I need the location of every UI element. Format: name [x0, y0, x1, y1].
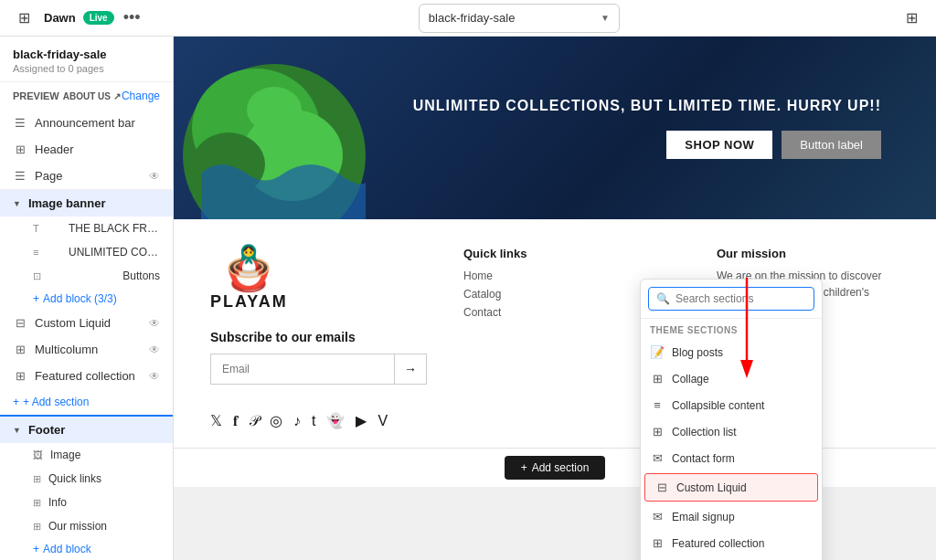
sidebar-item-featured-collection[interactable]: ⊞ Featured collection 👁	[0, 363, 173, 389]
instagram-icon[interactable]: ◎	[270, 412, 282, 429]
multicolumn-icon: ⊞	[13, 343, 27, 356]
more-options-button[interactable]: •••	[123, 8, 141, 27]
footer-link-home[interactable]: Home	[463, 269, 555, 282]
custom-liquid-icon: ⊟	[654, 481, 669, 494]
blog-posts-icon: 📝	[650, 345, 665, 359]
logo-text: PLAYAM	[210, 292, 288, 312]
search-box-row: 🔍	[641, 280, 822, 319]
globe-graphic	[174, 37, 375, 238]
twitter-icon[interactable]: 𝕏	[210, 412, 222, 429]
search-sections-input[interactable]	[675, 292, 813, 305]
sidebar-group-image-banner-header[interactable]: ▼ Image banner	[0, 190, 173, 217]
footer-link-contact[interactable]: Contact	[463, 306, 555, 319]
info-icon: ⊞	[33, 497, 41, 509]
email-input[interactable]	[211, 354, 394, 384]
logo-horse-icon: 🪆	[221, 247, 276, 291]
sidebar-sub-item-buttons[interactable]: ⊡ Buttons	[0, 264, 173, 288]
tumblr-icon[interactable]: t	[312, 413, 315, 429]
page-icon: ☰	[13, 169, 27, 183]
dropdown-item-collection-list[interactable]: ⊞ Collection list	[641, 418, 822, 445]
dropdown-item-blog-posts[interactable]: 📝 Blog posts	[641, 339, 822, 365]
add-section-button[interactable]: + + Add section	[13, 396, 160, 408]
preview-buttons: SHOP NOW Button label	[413, 131, 881, 159]
sidebar-item-page[interactable]: ☰ Page 👁	[0, 163, 173, 189]
quick-links-title: Quick links	[463, 247, 555, 260]
subscribe-input-row: →	[210, 354, 427, 385]
footer-logo: 🪆 PLAYAM	[210, 247, 427, 312]
grid-icon[interactable]: ⊞	[11, 5, 37, 31]
shop-now-button[interactable]: SHOP NOW	[666, 131, 772, 159]
store-name: Dawn	[44, 11, 76, 25]
quick-links-icon: ⊞	[33, 473, 41, 485]
dropdown-item-collage[interactable]: ⊞ Collage	[641, 365, 822, 392]
dropdown-item-email-signup[interactable]: ✉ Email signup	[641, 503, 822, 530]
dropdown-section-title: THEME SECTIONS	[641, 319, 822, 339]
search-icon: 🔍	[656, 292, 670, 305]
featured-collection-icon: ⊞	[650, 536, 665, 550]
tiktok-icon[interactable]: ♪	[293, 413, 301, 429]
add-block-footer-row: + Add block	[0, 538, 173, 560]
subscribe-title: Subscribe to our emails	[210, 330, 427, 344]
sidebar-sub-item-collections[interactable]: ≡ UNLIMITED COLLECTIONS, B...	[0, 240, 173, 264]
add-block-footer-button[interactable]: + Add block	[33, 543, 160, 555]
facebook-icon[interactable]: 𝐟	[233, 413, 238, 429]
preview-change-button[interactable]: Change	[122, 90, 160, 102]
chevron-down-icon: ▼	[601, 13, 610, 23]
snapchat-icon[interactable]: 👻	[326, 412, 345, 429]
pinterest-icon[interactable]: 𝒫	[249, 413, 259, 429]
dropdown-item-custom-liquid[interactable]: ⊟ Custom Liquid	[644, 473, 818, 502]
dropdown-item-contact-form[interactable]: ✉ Contact form	[641, 445, 822, 471]
footer-subscribe: Subscribe to our emails →	[210, 330, 427, 385]
youtube-icon[interactable]: ▶	[356, 412, 367, 429]
button-icon: ⊡	[33, 270, 41, 282]
footer-link-catalog[interactable]: Catalog	[463, 288, 555, 301]
sidebar-item-header[interactable]: ⊞ Header	[0, 136, 173, 163]
dropdown-item-featured-product[interactable]: ⊞ Featured product	[641, 556, 822, 560]
sidebar-item-announcement-bar[interactable]: ☰ Announcement bar	[0, 110, 173, 136]
dropdown-item-collapsible[interactable]: ≡ Collapsible content	[641, 392, 822, 418]
featured-collection-icon: ⊞	[13, 369, 27, 383]
collapse-icon: ▼	[13, 199, 21, 208]
footer-sub-item-mission[interactable]: ⊞ Our mission	[0, 514, 173, 538]
dropdown-item-featured-collection[interactable]: ⊞ Featured collection	[641, 530, 822, 556]
headline-text: UNLIMITED COLLECTIONS, BUT LIMITED TIME.…	[413, 98, 881, 114]
footer-sub-item-image[interactable]: 🖼 Image	[0, 443, 173, 467]
eye-icon[interactable]: 👁	[149, 170, 160, 183]
footer-sub-item-info[interactable]: ⊞ Info	[0, 491, 173, 514]
mission-icon: ⊞	[33, 521, 41, 533]
preview-icon[interactable]: ⊞	[898, 5, 925, 32]
header-icon: ⊞	[13, 143, 27, 156]
preview-link[interactable]: About Us ↗	[63, 91, 121, 101]
sidebar-group-footer[interactable]: ▼ Footer	[0, 415, 173, 443]
eye-icon[interactable]: 👁	[149, 370, 160, 383]
announcement-bar-icon: ☰	[13, 116, 27, 130]
sidebar-item-custom-liquid[interactable]: ⊟ Custom Liquid 👁	[0, 310, 173, 336]
eye-icon[interactable]: 👁	[149, 317, 160, 330]
add-block-row: + Add block (3/3)	[0, 288, 173, 310]
preview-headline: UNLIMITED COLLECTIONS, BUT LIMITED TIME.…	[413, 98, 881, 159]
sidebar-section-info: black-friday-sale Assigned to 0 pages	[0, 37, 173, 82]
eye-icon[interactable]: 👁	[149, 343, 160, 356]
sidebar-sub-item-title[interactable]: T THE BLACK FRIDAY SALE Get ...	[0, 217, 173, 240]
page-selector[interactable]: black-friday-sale ▼	[419, 4, 620, 33]
vimeo-icon[interactable]: V	[378, 413, 388, 429]
sections-dropdown: 🔍 THEME SECTIONS 📝 Blog posts ⊞ Collage …	[640, 279, 823, 560]
sidebar: black-friday-sale Assigned to 0 pages PR…	[0, 37, 174, 560]
collection-list-icon: ⊞	[650, 425, 665, 438]
subscribe-button[interactable]: →	[394, 354, 426, 384]
sidebar-section-sub: Assigned to 0 pages	[13, 63, 160, 74]
text-icon: T	[33, 223, 39, 234]
collapsible-icon: ≡	[650, 398, 665, 412]
add-section-popup-button[interactable]: + Add section	[505, 456, 606, 480]
button-label-button[interactable]: Button label	[782, 131, 881, 159]
custom-liquid-icon: ⊟	[13, 316, 27, 330]
sidebar-item-multicolumn[interactable]: ⊞ Multicolumn 👁	[0, 336, 173, 363]
svg-point-5	[247, 87, 302, 132]
image-icon: 🖼	[33, 449, 43, 460]
top-bar-right: ⊞	[898, 5, 925, 32]
search-box: 🔍	[648, 287, 814, 311]
add-block-button[interactable]: + Add block (3/3)	[33, 292, 160, 305]
top-bar-left: ⊞ Dawn Live •••	[11, 5, 141, 31]
preview-hero: UNLIMITED COLLECTIONS, BUT LIMITED TIME.…	[174, 37, 936, 219]
footer-sub-item-quick-links[interactable]: ⊞ Quick links	[0, 467, 173, 491]
